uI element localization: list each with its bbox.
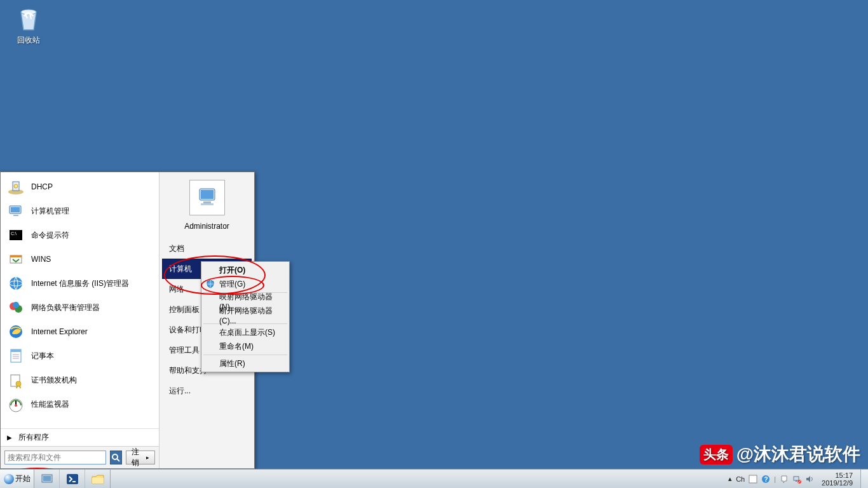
separator — [203, 355, 287, 355]
ctx-show-desktop[interactable]: 在桌面上显示(S) — [203, 325, 288, 339]
program-wins[interactable]: WINS — [2, 247, 158, 271]
program-iis[interactable]: Internet 信息服务 (IIS)管理器 — [2, 271, 158, 295]
svg-rect-18 — [11, 349, 21, 352]
svg-point-3 — [14, 184, 18, 188]
program-cmd[interactable]: C:\命令提示符 — [2, 223, 158, 247]
svg-line-27 — [117, 459, 119, 461]
search-button[interactable] — [110, 451, 122, 464]
ime-indicator[interactable]: Ch — [736, 475, 745, 483]
chevron-right-icon: ▸ — [146, 454, 149, 461]
ctx-rename[interactable]: 重命名(M) — [203, 339, 288, 353]
program-ie[interactable]: Internet Explorer — [2, 320, 158, 344]
taskbar-pin-powershell[interactable] — [60, 470, 85, 488]
svg-rect-6 — [13, 215, 18, 216]
taskbar-pin-server-manager[interactable] — [34, 470, 60, 488]
program-dhcp[interactable]: DHCP — [2, 175, 158, 199]
notepad-icon — [6, 346, 26, 366]
start-menu-left-pane: DHCP 计算机管理 C:\命令提示符 WINS Internet 信息服务 (… — [1, 172, 159, 468]
svg-rect-10 — [10, 255, 22, 257]
svg-text:C:\: C:\ — [11, 231, 17, 236]
dhcp-icon — [6, 177, 26, 197]
recycle-bin-label: 回收站 — [10, 35, 48, 46]
watermark-badge: 头条 — [700, 445, 733, 464]
svg-rect-36 — [749, 475, 757, 483]
all-programs[interactable]: ▶所有程序 — [1, 428, 159, 446]
ctx-manage[interactable]: 管理(G) — [203, 277, 288, 291]
computer-management-icon — [6, 201, 26, 221]
recycle-bin-icon — [13, 3, 44, 34]
logout-button[interactable]: 注销 ▸ — [126, 451, 155, 464]
ctx-disconnect-drive[interactable]: 断开网络驱动器(C)... — [203, 308, 288, 322]
cmd-icon: C:\ — [6, 225, 26, 245]
help-icon[interactable]: ? — [761, 475, 770, 484]
action-center-icon[interactable] — [780, 475, 789, 484]
search-row: 注销 ▸ — [1, 446, 159, 468]
windows-orb-icon — [4, 474, 14, 484]
program-ca[interactable]: 证书颁发机构 — [2, 368, 158, 392]
svg-point-15 — [13, 302, 19, 308]
svg-point-11 — [10, 277, 22, 290]
perfmon-icon — [6, 394, 26, 414]
start-button[interactable]: 开始 — [0, 470, 34, 488]
cert-authority-icon — [6, 370, 26, 390]
network-icon[interactable] — [792, 475, 801, 484]
ctx-open[interactable]: 打开(O) — [203, 263, 288, 277]
svg-rect-31 — [201, 203, 214, 205]
wins-icon — [6, 249, 26, 269]
shield-icon — [205, 279, 215, 289]
context-menu: 打开(O) 管理(G) 映射网络驱动器(N)... 断开网络驱动器(C)... … — [201, 261, 290, 372]
desktop-icon-recycle-bin[interactable]: 回收站 — [10, 3, 48, 46]
tray-separator: | — [774, 475, 776, 483]
svg-point-26 — [112, 454, 118, 459]
system-tray: ▴ Ch ? | — [728, 475, 814, 484]
rlink-run[interactable]: 运行... — [162, 381, 252, 401]
ie-icon — [6, 322, 26, 342]
watermark-text: @沐沐君说软件 — [736, 442, 860, 466]
program-nlb[interactable]: 网络负载平衡管理器 — [2, 295, 158, 320]
user-section: Administrator — [159, 177, 254, 238]
taskbar-pin-explorer[interactable] — [85, 470, 111, 488]
svg-point-23 — [16, 381, 21, 386]
taskbar: 开始 ▴ Ch ? | 15:17 2019/12/9 — [0, 469, 868, 488]
iis-icon — [6, 273, 26, 294]
search-input[interactable] — [4, 451, 106, 464]
program-computer-management[interactable]: 计算机管理 — [2, 199, 158, 223]
tray-chevron-icon[interactable]: ▴ — [728, 475, 732, 483]
svg-rect-39 — [794, 477, 799, 480]
svg-rect-30 — [203, 201, 211, 203]
user-avatar[interactable] — [189, 180, 225, 215]
svg-text:?: ? — [764, 476, 768, 483]
svg-rect-33 — [43, 476, 51, 481]
volume-icon[interactable] — [805, 475, 814, 484]
clock[interactable]: 15:17 2019/12/9 — [818, 471, 857, 487]
ctx-properties[interactable]: 属性(R) — [203, 356, 288, 370]
program-notepad[interactable]: 记事本 — [2, 344, 158, 368]
watermark: 头条 @沐沐君说软件 — [700, 442, 860, 466]
programs-list: DHCP 计算机管理 C:\命令提示符 WINS Internet 信息服务 (… — [1, 172, 159, 428]
svg-rect-35 — [92, 478, 104, 484]
user-name: Administrator — [159, 222, 254, 231]
svg-rect-29 — [201, 190, 214, 199]
triangle-right-icon: ▶ — [7, 434, 12, 441]
program-perfmon[interactable]: 性能监视器 — [2, 392, 158, 416]
show-desktop-button[interactable] — [860, 470, 868, 488]
rlink-documents[interactable]: 文档 — [162, 238, 252, 259]
svg-rect-40 — [796, 480, 797, 482]
nlb-icon — [6, 297, 26, 318]
svg-rect-5 — [11, 207, 20, 212]
svg-point-25 — [15, 404, 17, 407]
ime-mode-icon[interactable] — [749, 475, 757, 484]
